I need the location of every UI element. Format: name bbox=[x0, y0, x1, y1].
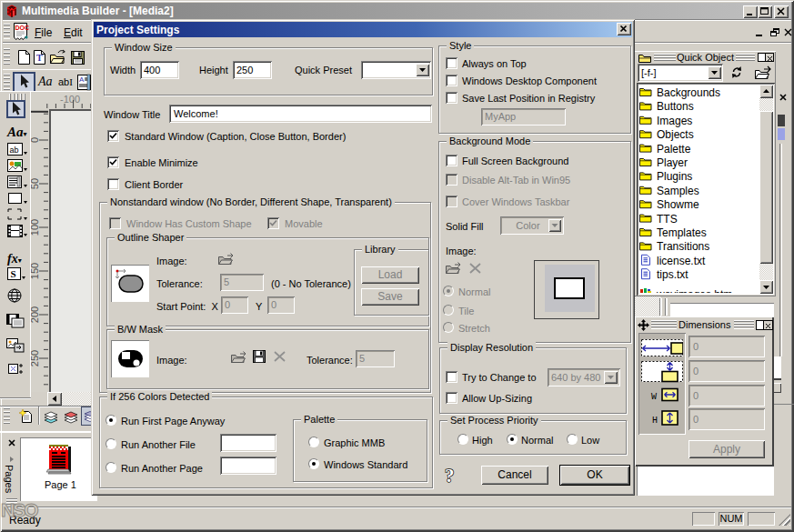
svg-text:Samples: Samples bbox=[657, 185, 699, 197]
svg-text:150: 150 bbox=[31, 263, 40, 279]
svg-text:Palette: Palette bbox=[657, 143, 691, 156]
svg-text:Templates: Templates bbox=[657, 226, 707, 239]
svg-text:200: 200 bbox=[31, 306, 40, 323]
svg-text:?: ? bbox=[445, 465, 455, 487]
svg-text:H: H bbox=[652, 416, 658, 426]
svg-text:ab: ab bbox=[10, 146, 19, 155]
svg-text:0: 0 bbox=[31, 137, 40, 143]
svg-text:250: 250 bbox=[31, 350, 40, 366]
svg-text:100: 100 bbox=[31, 219, 40, 236]
svg-text:Showme: Showme bbox=[657, 198, 699, 211]
svg-text:Buttons: Buttons bbox=[657, 100, 694, 113]
svg-text:50: 50 bbox=[31, 178, 40, 189]
svg-text:DOC: DOC bbox=[15, 25, 30, 31]
svg-text:Plugins: Plugins bbox=[657, 170, 692, 183]
svg-text:W: W bbox=[651, 392, 657, 402]
svg-text:TTS: TTS bbox=[657, 213, 678, 226]
svg-text:license.txt: license.txt bbox=[657, 255, 706, 267]
svg-text:Objects: Objects bbox=[657, 128, 694, 141]
svg-text:Transitions: Transitions bbox=[657, 240, 709, 253]
svg-text:S: S bbox=[11, 268, 16, 279]
svg-text:A: A bbox=[79, 75, 85, 84]
svg-text:Player: Player bbox=[657, 156, 688, 169]
svg-text:tips.txt: tips.txt bbox=[657, 268, 688, 281]
svg-text:Images: Images bbox=[657, 115, 692, 127]
svg-text:T: T bbox=[36, 53, 43, 63]
svg-text:Backgrounds: Backgrounds bbox=[657, 86, 720, 99]
svg-text:wavimages.htm: wavimages.htm bbox=[656, 288, 732, 293]
